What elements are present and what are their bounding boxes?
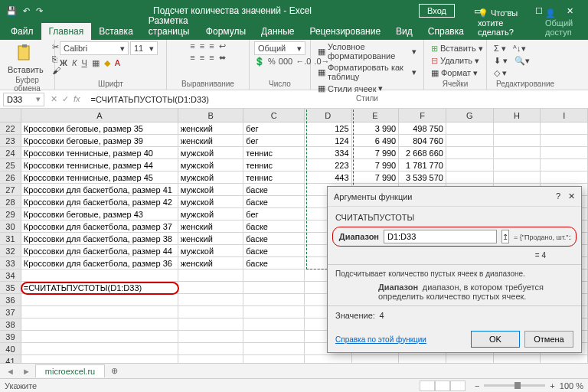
cell[interactable]: Кроссовки для баскетбола, размер 36 — [21, 257, 178, 269]
row-header[interactable]: 37 — [0, 306, 21, 318]
cell[interactable]: женский — [178, 220, 244, 232]
paste-button[interactable]: Вставить — [5, 42, 47, 76]
cell[interactable]: мужской — [178, 245, 244, 256]
underline-button[interactable]: Ч — [81, 58, 87, 68]
cell[interactable]: мужской — [178, 159, 244, 171]
cell[interactable]: 3 539 570 — [399, 172, 446, 183]
tab-nav-prev-icon[interactable]: ◄ — [3, 367, 18, 376]
col-header[interactable]: I — [541, 109, 588, 122]
italic-button[interactable]: К — [72, 58, 77, 68]
cell[interactable]: бег — [243, 135, 305, 146]
row-header[interactable]: 24 — [0, 147, 21, 158]
cell[interactable]: 7 990 — [352, 147, 400, 158]
cell[interactable] — [243, 343, 305, 354]
collapse-dialog-icon[interactable]: ↥ — [501, 230, 509, 243]
cell[interactable]: =СЧИТАТЬПУСТОТЫ(D1:D33) — [21, 282, 178, 293]
conditional-formatting-button[interactable]: ▦Условное форматирование▾ — [315, 41, 419, 61]
zoom-out-icon[interactable]: − — [475, 381, 479, 390]
cell[interactable]: женский — [178, 257, 244, 269]
align-top-button[interactable]: ≡ — [190, 41, 194, 51]
cell[interactable] — [541, 147, 588, 158]
cell[interactable]: бег — [243, 208, 305, 220]
cell[interactable]: 124 — [305, 135, 352, 146]
cell[interactable]: баске — [243, 220, 305, 232]
cell[interactable]: баске — [243, 184, 305, 195]
row-header[interactable]: 25 — [0, 159, 21, 171]
cell[interactable] — [243, 331, 305, 342]
row-header[interactable]: 27 — [0, 184, 21, 195]
row-header[interactable]: 31 — [0, 233, 21, 244]
ok-button[interactable]: OK — [471, 331, 520, 348]
align-bottom-button[interactable]: ≡ — [209, 41, 214, 51]
share-button[interactable]: 👤 Общий доступ — [537, 5, 588, 40]
cell[interactable] — [541, 135, 588, 146]
view-normal-button[interactable] — [420, 381, 435, 391]
cancel-formula-icon[interactable]: ✕ — [51, 94, 57, 104]
sheet-tab[interactable]: microexcel.ru — [35, 364, 105, 377]
cell[interactable]: Кроссовки для баскетбола, размер 38 — [21, 233, 178, 244]
cell[interactable] — [446, 147, 494, 158]
dialog-help-icon[interactable]: ? — [556, 191, 560, 201]
cell[interactable]: Кроссовки для баскетбола, размер 44 — [21, 245, 178, 256]
zoom-slider[interactable] — [484, 384, 545, 387]
row-header[interactable]: 36 — [0, 294, 21, 305]
wrap-text-button[interactable]: ↩ — [219, 41, 226, 51]
ribbon-tab-главная[interactable]: Главная — [41, 23, 92, 40]
cell[interactable]: теннис — [243, 172, 305, 183]
cell[interactable] — [21, 318, 178, 330]
range-input[interactable] — [384, 230, 497, 243]
cell[interactable] — [494, 147, 541, 158]
table-row[interactable]: 23Кроссовки беговые, размер 39женскийбег… — [0, 135, 588, 147]
cell[interactable] — [178, 294, 244, 305]
quickaccess-save-icon[interactable]: 💾 — [3, 6, 20, 16]
col-header[interactable]: C — [243, 109, 305, 122]
cell[interactable] — [446, 172, 494, 183]
cell[interactable] — [21, 331, 178, 342]
select-all-button[interactable] — [0, 109, 21, 122]
row-header[interactable]: 26 — [0, 172, 21, 183]
cell[interactable]: мужской — [178, 147, 244, 158]
table-row[interactable]: 24Кроссовки теннисные, размер 40мужскойт… — [0, 147, 588, 159]
tab-nav-next-icon[interactable]: ► — [19, 367, 34, 376]
cell[interactable] — [541, 172, 588, 183]
cancel-button[interactable]: Отмена — [524, 331, 573, 348]
cell[interactable] — [541, 159, 588, 171]
fill-button[interactable]: ⬇ ▾ 🔍▾ — [492, 55, 532, 67]
cell[interactable]: Кроссовки беговые, размер 43 — [21, 208, 178, 220]
cell-styles-button[interactable]: ▦Стили ячеек▾ — [315, 83, 419, 94]
row-header[interactable]: 40 — [0, 343, 21, 354]
cell[interactable] — [178, 343, 244, 354]
cell[interactable]: баске — [243, 196, 305, 207]
delete-cells-button[interactable]: ⊟Удалить▾ — [429, 55, 485, 67]
cell[interactable] — [446, 135, 494, 146]
cell[interactable]: Кроссовки для баскетбола, размер 42 — [21, 196, 178, 207]
cell[interactable]: баске — [243, 233, 305, 244]
zoom-in-icon[interactable]: + — [550, 381, 554, 390]
align-left-button[interactable]: ≡ — [190, 53, 194, 63]
bold-button[interactable]: Ж — [60, 58, 67, 68]
row-header[interactable]: 33 — [0, 257, 21, 269]
cell[interactable] — [21, 294, 178, 305]
cell[interactable] — [494, 135, 541, 146]
cell[interactable]: 804 760 — [399, 135, 446, 146]
row-header[interactable]: 29 — [0, 208, 21, 220]
cell[interactable]: мужской — [178, 208, 244, 220]
cell[interactable]: Кроссовки для баскетбола, размер 41 — [21, 184, 178, 195]
col-header[interactable]: D — [305, 109, 352, 122]
cell[interactable] — [178, 318, 244, 330]
row-header[interactable]: 30 — [0, 220, 21, 232]
cell[interactable]: Кроссовки беговые, размер 39 — [21, 135, 178, 146]
cell[interactable] — [446, 159, 494, 171]
row-header[interactable]: 34 — [0, 270, 21, 281]
table-row[interactable]: 26Кроссовки теннисные, размер 45мужскойт… — [0, 172, 588, 184]
cell[interactable] — [178, 270, 244, 281]
align-center-button[interactable]: ≡ — [200, 53, 204, 63]
cell[interactable]: Кроссовки для баскетбола, размер 37 — [21, 220, 178, 232]
view-layout-button[interactable] — [435, 381, 450, 391]
cell[interactable]: теннис — [243, 159, 305, 171]
cell[interactable]: теннис — [243, 147, 305, 158]
merge-button[interactable]: ⬌ — [219, 53, 226, 63]
row-header[interactable]: 23 — [0, 135, 21, 146]
cell[interactable]: Кроссовки теннисные, размер 44 — [21, 159, 178, 171]
cell[interactable]: Кроссовки теннисные, размер 45 — [21, 172, 178, 183]
